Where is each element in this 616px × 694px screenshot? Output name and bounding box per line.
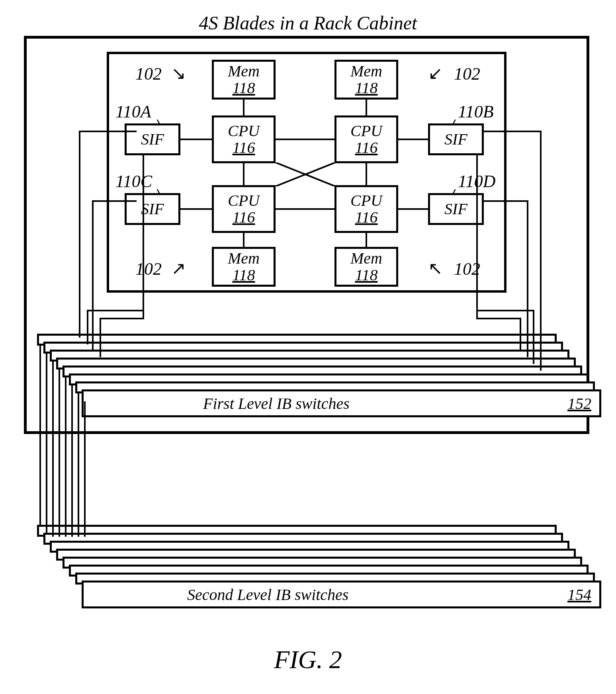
second-level-label: Second Level IB switches	[187, 585, 348, 604]
wire	[243, 100, 244, 116]
diagram-title: 4S Blades in a Rack Cabinet	[0, 12, 616, 34]
ref-102-top-left: 102	[135, 64, 162, 84]
mem-num: 118	[232, 79, 255, 97]
ref-110A: 110A	[115, 102, 151, 122]
mem-label: Mem	[228, 62, 260, 80]
ref-102-top-right: 102	[454, 64, 480, 84]
mem-block-top-right: Mem118	[334, 60, 398, 100]
second-level-switch-bar: Second Level IB switches 154	[82, 581, 601, 608]
wire	[366, 100, 367, 116]
mem-block-top-left: Mem118	[212, 60, 276, 100]
arrow-sw-icon: ↙	[428, 63, 443, 84]
ref-110B: 110B	[458, 102, 494, 122]
first-to-second-wires	[37, 346, 133, 537]
arrow-se-icon: ↘	[171, 63, 186, 84]
second-level-num: 154	[567, 585, 591, 604]
figure-label: FIG. 2	[0, 645, 616, 674]
